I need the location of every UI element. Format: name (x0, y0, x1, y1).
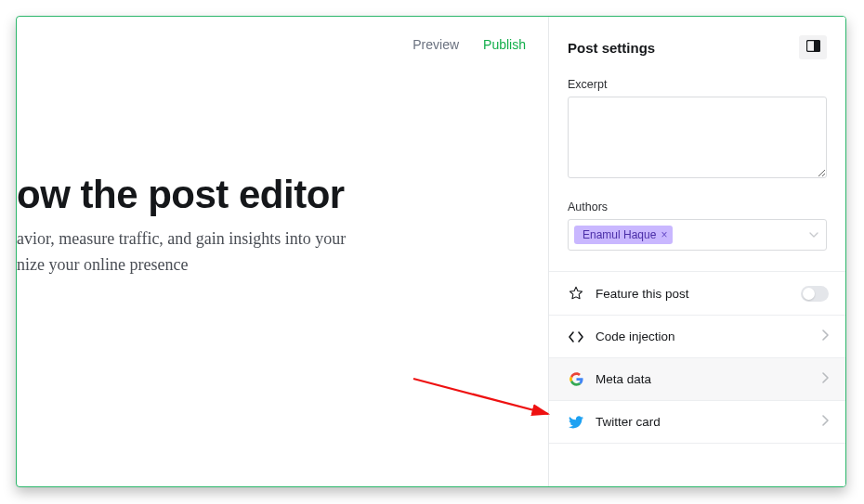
svg-rect-1 (814, 41, 819, 51)
twitter-card-row[interactable]: Twitter card (549, 401, 845, 444)
chevron-right-icon (821, 415, 829, 429)
preview-link[interactable]: Preview (412, 37, 459, 52)
authors-section: Authors Enamul Haque × (549, 186, 845, 254)
feature-post-toggle[interactable] (801, 286, 829, 302)
code-injection-label: Code injection (596, 330, 675, 343)
star-icon (568, 286, 584, 301)
top-actions: Preview Publish (412, 37, 526, 52)
authors-label: Authors (568, 200, 827, 213)
feature-post-row[interactable]: Feature this post (549, 272, 845, 316)
sidebar-header: Post settings (549, 17, 845, 67)
publish-link[interactable]: Publish (483, 37, 526, 52)
authors-select[interactable]: Enamul Haque × (568, 219, 827, 251)
meta-data-row[interactable]: Meta data (549, 358, 845, 401)
settings-sidebar: Post settings Excerpt Authors Enamul Haq… (548, 17, 845, 486)
author-chip: Enamul Haque × (574, 226, 673, 244)
feature-post-label: Feature this post (596, 287, 689, 301)
sidebar-title: Post settings (568, 40, 655, 56)
toggle-sidebar-button[interactable] (799, 35, 827, 59)
excerpt-input[interactable] (568, 97, 827, 178)
google-icon (568, 372, 584, 386)
chevron-down-icon (809, 230, 818, 239)
author-chip-name: Enamul Haque (583, 228, 656, 241)
code-icon (568, 330, 584, 343)
excerpt-label: Excerpt (568, 78, 827, 91)
chevron-right-icon (821, 330, 829, 343)
post-body[interactable]: avior, measure traffic, and gain insight… (17, 226, 416, 278)
editor-window: Preview Publish ow the post editor avior… (16, 16, 846, 487)
authors-dropdown-trigger[interactable] (809, 226, 818, 243)
meta-data-label: Meta data (596, 372, 651, 386)
remove-author-icon[interactable]: × (661, 228, 667, 241)
chevron-right-icon (821, 372, 829, 386)
editor-pane: Preview Publish ow the post editor avior… (17, 17, 548, 486)
settings-rows: Feature this post Code injection (549, 271, 845, 444)
excerpt-section: Excerpt (549, 67, 845, 186)
post-title[interactable]: ow the post editor (17, 173, 345, 217)
post-body-line1: avior, measure traffic, and gain insight… (17, 229, 346, 248)
twitter-icon (568, 416, 584, 429)
post-body-line2: nize your online presence (17, 255, 188, 274)
sidebar-panel-icon (806, 39, 820, 56)
code-injection-row[interactable]: Code injection (549, 316, 845, 358)
twitter-card-label: Twitter card (596, 415, 661, 429)
